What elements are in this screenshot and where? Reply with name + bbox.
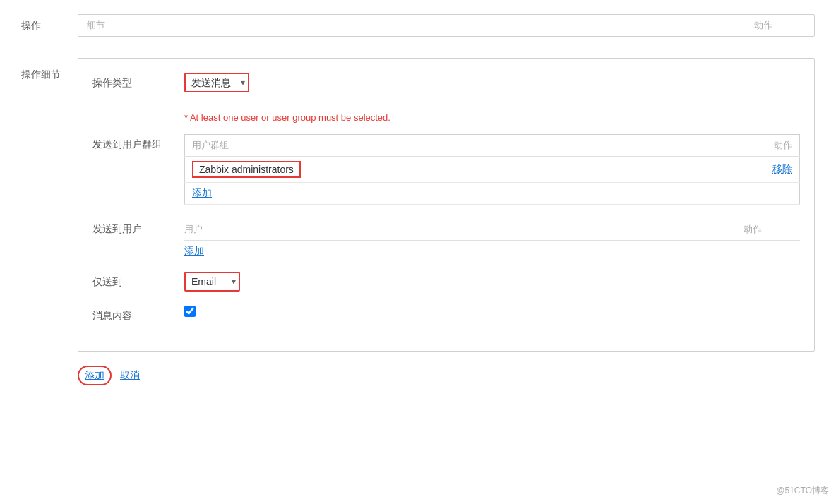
validation-row: * At least one user or user group must b…: [92, 107, 800, 123]
operation-type-content: 发送消息 远程命令 ▾: [184, 73, 800, 92]
send-only-content: Email 短信 Jabber ▾: [184, 272, 800, 292]
group-col-header: 用户群组: [185, 135, 744, 157]
operation-type-row: 操作类型 发送消息 远程命令 ▾: [92, 73, 800, 92]
send-only-select-wrapper[interactable]: Email 短信 Jabber ▾: [184, 272, 240, 292]
add-group-link[interactable]: 添加: [192, 187, 212, 198]
send-to-group-row: 发送到用户群组 用户群组 动作 Zabbix administrators: [92, 134, 800, 205]
user-col-header: 用户: [184, 223, 744, 236]
user-add-row: 添加: [184, 245, 800, 258]
user-action-col-header: 动作: [744, 223, 800, 236]
send-only-select[interactable]: Email 短信 Jabber: [184, 272, 240, 292]
message-content-checkbox-wrapper: [184, 306, 800, 317]
operation-type-select[interactable]: 发送消息 远程命令: [184, 73, 249, 92]
send-to-group-content: 用户群组 动作 Zabbix administrators 移除: [184, 134, 800, 205]
group-name-value: Zabbix administrators: [192, 161, 301, 178]
group-action-col-header: 动作: [744, 135, 800, 157]
operation-type-label: 操作类型: [92, 73, 184, 90]
validation-message: * At least one user or user group must b…: [184, 112, 390, 123]
add-button[interactable]: 添加: [78, 366, 112, 385]
add-user-link[interactable]: 添加: [184, 245, 204, 256]
group-action-cell: 移除: [744, 157, 800, 183]
remove-group-link[interactable]: 移除: [772, 163, 792, 174]
top-col-action: 动作: [721, 19, 806, 32]
message-content-checkbox[interactable]: [184, 306, 196, 317]
message-content-row: 消息内容: [92, 306, 800, 323]
send-only-row: 仅送到 Email 短信 Jabber ▾: [92, 272, 800, 292]
top-table: 细节 动作: [78, 14, 815, 37]
top-col-detail: 细节: [87, 19, 721, 32]
send-to-user-content: 用户 动作 添加: [184, 219, 800, 258]
message-content-checkbox-container: [184, 306, 800, 317]
bottom-actions: 添加 取消: [21, 366, 815, 385]
group-add-cell: 添加: [185, 183, 800, 205]
send-to-user-row: 发送到用户 用户 动作 添加: [92, 219, 800, 258]
operation-type-select-wrapper[interactable]: 发送消息 远程命令 ▾: [184, 73, 249, 92]
send-to-group-label: 发送到用户群组: [92, 134, 184, 151]
group-name-cell: Zabbix administrators: [185, 157, 744, 183]
send-to-user-label: 发送到用户: [92, 219, 184, 236]
user-table: 用户 动作 添加: [184, 219, 800, 258]
main-content-panel: 操作类型 发送消息 远程命令 ▾ * At least one user or …: [78, 58, 815, 352]
user-table-header: 用户 动作: [184, 219, 800, 241]
main-section-label: 操作细节: [21, 58, 78, 81]
table-row: Zabbix administrators 移除: [185, 157, 800, 183]
send-only-label: 仅送到: [92, 272, 184, 289]
top-label: 操作: [21, 14, 78, 32]
message-content-label: 消息内容: [92, 306, 184, 323]
cancel-button[interactable]: 取消: [120, 369, 140, 382]
group-add-row: 添加: [185, 183, 800, 205]
group-table: 用户群组 动作 Zabbix administrators 移除: [184, 134, 800, 205]
